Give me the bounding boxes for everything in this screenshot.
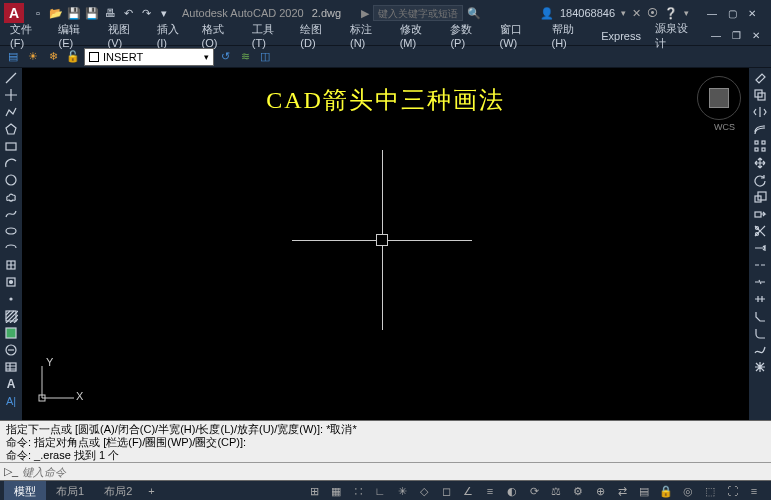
drawing-canvas[interactable]: CAD箭头中三种画法 Y X WCS	[22, 68, 749, 420]
snap-icon[interactable]: ⸬	[349, 483, 367, 499]
user-id[interactable]: 184068846	[560, 7, 615, 19]
blend-tool-icon[interactable]	[751, 342, 769, 358]
annomonitor-icon[interactable]: ⊕	[591, 483, 609, 499]
grid-icon[interactable]: ▦	[327, 483, 345, 499]
menu-help[interactable]: 帮助(H)	[548, 22, 592, 49]
undo-icon[interactable]: ↶	[120, 5, 136, 21]
offset-tool-icon[interactable]	[751, 121, 769, 137]
break-tool-icon[interactable]	[751, 257, 769, 273]
layer-manager-icon[interactable]: ▤	[4, 48, 22, 66]
tab-layout1[interactable]: 布局1	[46, 481, 94, 500]
menu-edit[interactable]: 编辑(E)	[54, 22, 97, 49]
ellipse-tool-icon[interactable]	[2, 223, 20, 239]
quickprops-icon[interactable]: ▤	[635, 483, 653, 499]
isodraft-icon[interactable]: ◇	[415, 483, 433, 499]
region-tool-icon[interactable]	[2, 342, 20, 358]
osnap-icon[interactable]: ◻	[437, 483, 455, 499]
user-dropdown-icon[interactable]: ▾	[621, 8, 626, 18]
plot-icon[interactable]: 🖶	[102, 5, 118, 21]
line-tool-icon[interactable]	[2, 70, 20, 86]
layer-match-icon[interactable]: ≋	[236, 48, 254, 66]
chamfer-tool-icon[interactable]	[751, 308, 769, 324]
doc-close-button[interactable]: ✕	[747, 29, 765, 43]
hatch-tool-icon[interactable]	[2, 308, 20, 324]
polyline-tool-icon[interactable]	[2, 104, 20, 120]
trim-tool-icon[interactable]	[751, 223, 769, 239]
table-tool-icon[interactable]	[2, 359, 20, 375]
arc-tool-icon[interactable]	[2, 155, 20, 171]
erase-tool-icon[interactable]	[751, 70, 769, 86]
transparency-icon[interactable]: ◐	[503, 483, 521, 499]
text-tool-icon[interactable]: A|	[2, 393, 20, 409]
lineweight-icon[interactable]: ≡	[481, 483, 499, 499]
open-icon[interactable]: 📂	[48, 5, 64, 21]
rotate-tool-icon[interactable]	[751, 172, 769, 188]
menu-view[interactable]: 视图(V)	[104, 22, 147, 49]
minimize-button[interactable]: —	[703, 6, 721, 20]
ortho-icon[interactable]: ∟	[371, 483, 389, 499]
extend-tool-icon[interactable]	[751, 240, 769, 256]
qat-dropdown-icon[interactable]: ▾	[156, 5, 172, 21]
layer-dropdown[interactable]: INSERT ▾	[84, 48, 214, 66]
menu-express[interactable]: Express	[597, 30, 645, 42]
rectangle-tool-icon[interactable]	[2, 138, 20, 154]
stretch-tool-icon[interactable]	[751, 206, 769, 222]
exchange-icon[interactable]: ✕	[632, 7, 641, 20]
scale-tool-icon[interactable]	[751, 189, 769, 205]
layer-lock-icon[interactable]: 🔓	[64, 48, 82, 66]
menu-insert[interactable]: 插入(I)	[153, 22, 192, 49]
otrack-icon[interactable]: ∠	[459, 483, 477, 499]
tab-model[interactable]: 模型	[4, 481, 46, 500]
fillet-tool-icon[interactable]	[751, 325, 769, 341]
menu-format[interactable]: 格式(O)	[198, 22, 242, 49]
menu-modify[interactable]: 修改(M)	[396, 22, 441, 49]
doc-minimize-button[interactable]: —	[707, 29, 725, 43]
search-icon[interactable]: 🔍	[467, 7, 481, 20]
help-dropdown-icon[interactable]: ▾	[684, 8, 689, 18]
lockui-icon[interactable]: 🔒	[657, 483, 675, 499]
layer-state-icon[interactable]: ☀	[24, 48, 42, 66]
cycling-icon[interactable]: ⟳	[525, 483, 543, 499]
new-icon[interactable]: ▫	[30, 5, 46, 21]
app-logo[interactable]: A	[4, 3, 24, 23]
cleanscreen-icon[interactable]: ⛶	[723, 483, 741, 499]
menu-file[interactable]: 文件(F)	[6, 22, 48, 49]
move-tool-icon[interactable]	[751, 155, 769, 171]
command-history[interactable]: 指定下一点或 [圆弧(A)/闭合(C)/半宽(H)/长度(L)/放弃(U)/宽度…	[0, 421, 771, 463]
cart-icon[interactable]: ⦿	[647, 7, 658, 19]
join-tool-icon[interactable]	[751, 291, 769, 307]
menu-tools[interactable]: 工具(T)	[248, 22, 290, 49]
menu-yuanquan[interactable]: 源泉设计	[651, 21, 701, 51]
circle-tool-icon[interactable]	[2, 172, 20, 188]
view-cube[interactable]	[697, 76, 741, 120]
block-create-tool-icon[interactable]	[2, 274, 20, 290]
tab-add-button[interactable]: +	[142, 485, 160, 497]
block-tool-icon[interactable]	[2, 257, 20, 273]
save-icon[interactable]: 💾	[66, 5, 82, 21]
annotation-icon[interactable]: ⚖	[547, 483, 565, 499]
mtext-tool-icon[interactable]: A	[2, 376, 20, 392]
ucs-icon[interactable]: Y X	[32, 358, 82, 410]
break-at-tool-icon[interactable]	[751, 274, 769, 290]
mirror-tool-icon[interactable]	[751, 104, 769, 120]
layer-freeze-icon[interactable]: ❄	[44, 48, 62, 66]
model-space-icon[interactable]: ⊞	[305, 483, 323, 499]
gradient-tool-icon[interactable]	[2, 325, 20, 341]
explode-tool-icon[interactable]	[751, 359, 769, 375]
polar-icon[interactable]: ✳	[393, 483, 411, 499]
redo-icon[interactable]: ↷	[138, 5, 154, 21]
point-tool-icon[interactable]	[2, 291, 20, 307]
doc-restore-button[interactable]: ❐	[727, 29, 745, 43]
menu-draw[interactable]: 绘图(D)	[296, 22, 340, 49]
signin-icon[interactable]: 👤	[540, 7, 554, 20]
polygon-tool-icon[interactable]	[2, 121, 20, 137]
search-input[interactable]	[373, 5, 463, 21]
tab-layout2[interactable]: 布局2	[94, 481, 142, 500]
help-icon[interactable]: ❔	[664, 7, 678, 20]
hardware-icon[interactable]: ⬚	[701, 483, 719, 499]
maximize-button[interactable]: ▢	[723, 6, 741, 20]
ellipse-arc-tool-icon[interactable]	[2, 240, 20, 256]
menu-window[interactable]: 窗口(W)	[496, 22, 542, 49]
close-button[interactable]: ✕	[743, 6, 761, 20]
menu-parametric[interactable]: 参数(P)	[446, 22, 489, 49]
